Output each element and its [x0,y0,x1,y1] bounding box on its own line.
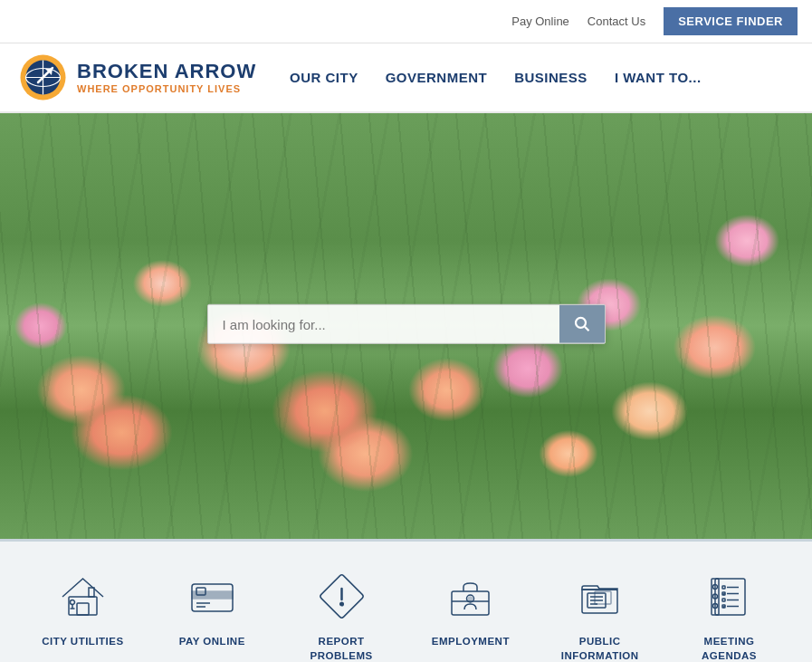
report-problems-label: REPORTPROBLEMS [310,634,372,662]
svg-line-8 [585,327,589,331]
city-name: BROKEN ARROW [77,61,256,82]
nav-our-city[interactable]: OUR CITY [290,70,358,85]
svg-rect-41 [722,599,725,601]
nav-i-want-to[interactable]: I WANT TO... [615,70,702,85]
main-nav: OUR CITY GOVERNMENT BUSINESS I WANT TO..… [290,70,702,85]
public-information-icon [573,569,627,623]
meeting-agendas-icon [702,569,757,623]
svg-rect-10 [77,603,89,615]
city-utilities-icon [55,569,110,623]
search-icon [574,316,590,332]
city-tagline: WHERE OPPORTUNITY LIVES [77,83,256,94]
logo-area[interactable]: BROKEN ARROW WHERE OPPORTUNITY LIVES [18,53,272,102]
svg-rect-32 [715,579,745,615]
employment-label: EMPLOYMENT [432,634,510,648]
svg-point-11 [70,600,74,604]
logo-icon [18,53,68,102]
nav-government[interactable]: GOVERNMENT [386,70,488,85]
public-information-label: PUBLICINFORMATION [561,634,639,662]
pay-online-icon [185,569,239,623]
quick-link-meeting-agendas[interactable]: MEETINGAGENDAS [671,569,788,662]
hero-section [0,113,812,539]
svg-point-26 [469,597,473,600]
quick-link-employment[interactable]: EMPLOYMENT [412,569,530,648]
quick-link-city-utilities[interactable]: CITY UTILITIES [24,569,141,648]
top-bar: Pay Online Contact Us SERVICE FINDER [0,0,812,43]
nav-business[interactable]: BUSINESS [514,70,588,85]
employment-icon [444,569,498,623]
search-input[interactable] [208,305,559,342]
contact-us-link[interactable]: Contact Us [588,14,645,28]
svg-point-22 [339,602,343,606]
logo-text: BROKEN ARROW WHERE OPPORTUNITY LIVES [77,61,256,93]
pay-online-label: PAY ONLINE [179,634,245,648]
quick-link-pay-online[interactable]: PAY ONLINE [153,569,271,648]
quick-link-public-information[interactable]: PUBLICINFORMATION [541,569,659,662]
quick-links-section: CITY UTILITIES PAY ONLINE [0,539,812,662]
search-container [207,304,606,344]
svg-rect-14 [89,588,94,597]
report-problems-icon [314,569,368,623]
svg-rect-37 [722,586,725,589]
search-button[interactable] [559,305,605,343]
city-utilities-label: CITY UTILITIES [42,634,124,648]
meeting-agendas-label: MEETINGAGENDAS [702,634,757,662]
svg-point-7 [576,318,586,328]
quick-link-report-problems[interactable]: REPORTPROBLEMS [282,569,400,662]
site-header: BROKEN ARROW WHERE OPPORTUNITY LIVES OUR… [0,43,812,113]
pay-online-link[interactable]: Pay Online [511,14,569,28]
service-finder-button[interactable]: SERVICE FINDER [664,7,798,35]
